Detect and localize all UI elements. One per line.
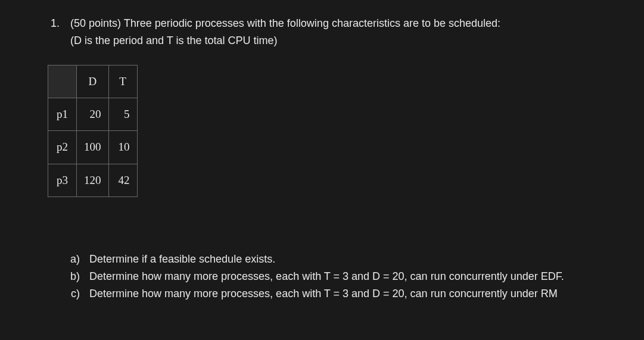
- header-blank: [48, 65, 77, 98]
- cell-p1-t: 5: [108, 98, 137, 130]
- header-d: D: [77, 65, 109, 98]
- cell-p1-d: 20: [77, 98, 109, 130]
- question-text: (50 points) Three periodic processes wit…: [70, 15, 596, 49]
- subpart-label-c: c): [66, 285, 89, 302]
- subpart-label-b: b): [66, 268, 89, 285]
- subpart-text-c: Determine how many more processes, each …: [89, 285, 596, 302]
- question-line-2: (D is the period and T is the total CPU …: [70, 35, 277, 46]
- row-label-p2: p2: [48, 131, 77, 164]
- subpart-a: a) Determine if a feasible schedule exis…: [66, 251, 596, 268]
- subpart-text-b: Determine how many more processes, each …: [89, 268, 596, 285]
- cell-p3-d: 120: [77, 164, 109, 196]
- row-label-p3: p3: [48, 164, 77, 196]
- cell-p3-t: 42: [108, 164, 137, 196]
- subparts-list: a) Determine if a feasible schedule exis…: [66, 251, 596, 302]
- cell-p2-t: 10: [108, 131, 137, 164]
- table-header-row: D T: [48, 65, 138, 98]
- table-row: p1 20 5: [48, 98, 138, 130]
- process-table-block: D T p1 20 5 p2 100 10 p3 120 42: [48, 65, 596, 198]
- subpart-text-a: Determine if a feasible schedule exists.: [89, 251, 596, 268]
- process-table: D T p1 20 5 p2 100 10 p3 120 42: [48, 65, 138, 198]
- header-t: T: [108, 65, 137, 98]
- table-row: p2 100 10: [48, 131, 138, 164]
- subpart-label-a: a): [66, 251, 89, 268]
- question-line-1: (50 points) Three periodic processes wit…: [70, 17, 500, 29]
- table-row: p3 120 42: [48, 164, 138, 196]
- question-header: 1. (50 points) Three periodic processes …: [48, 15, 596, 49]
- cell-p2-d: 100: [77, 131, 109, 164]
- subpart-c: c) Determine how many more processes, ea…: [66, 285, 596, 302]
- subpart-b: b) Determine how many more processes, ea…: [66, 268, 596, 285]
- question-number: 1.: [48, 15, 70, 32]
- row-label-p1: p1: [48, 98, 77, 130]
